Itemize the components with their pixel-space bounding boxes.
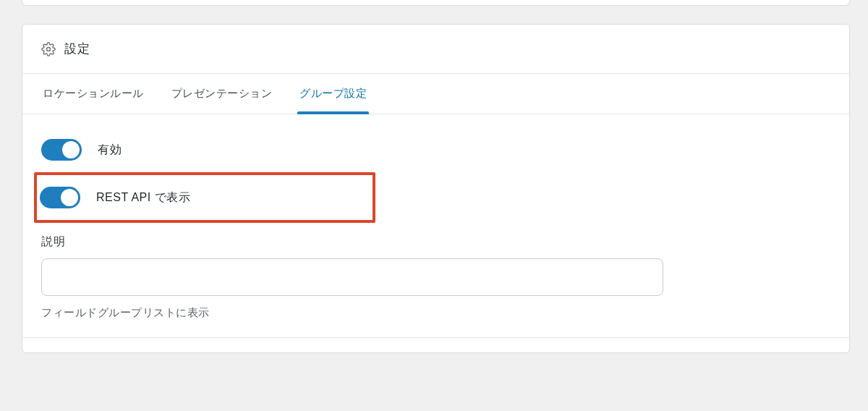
enabled-label: 有効 [98, 143, 122, 158]
enabled-row: 有効 [41, 135, 830, 165]
tab-location-rules[interactable]: ロケーションルール [41, 74, 145, 114]
tab-group-settings[interactable]: グループ設定 [298, 74, 368, 114]
enabled-toggle[interactable] [41, 139, 82, 161]
rest-api-toggle[interactable] [40, 187, 80, 208]
panel-body: 有効 REST API で表示 説明 フィールドグループリストに表示 [22, 114, 849, 352]
tab-bar: ロケーションルール プレゼンテーション グループ設定 [22, 74, 849, 114]
panel-header: 設定 [22, 25, 849, 74]
gear-icon [41, 42, 56, 56]
svg-point-0 [47, 47, 51, 51]
settings-panel: 設定 ロケーションルール プレゼンテーション グループ設定 有効 REST AP… [22, 24, 850, 353]
divider [22, 337, 849, 338]
previous-panel-bottom [22, 0, 850, 6]
description-input[interactable] [41, 258, 663, 296]
description-label: 説明 [41, 234, 830, 250]
tab-presentation[interactable]: プレゼンテーション [170, 74, 274, 114]
rest-api-label: REST API で表示 [96, 190, 190, 206]
panel-title: 設定 [64, 41, 90, 57]
description-help: フィールドグループリストに表示 [41, 306, 830, 320]
rest-api-row-highlight: REST API で表示 [34, 172, 375, 223]
